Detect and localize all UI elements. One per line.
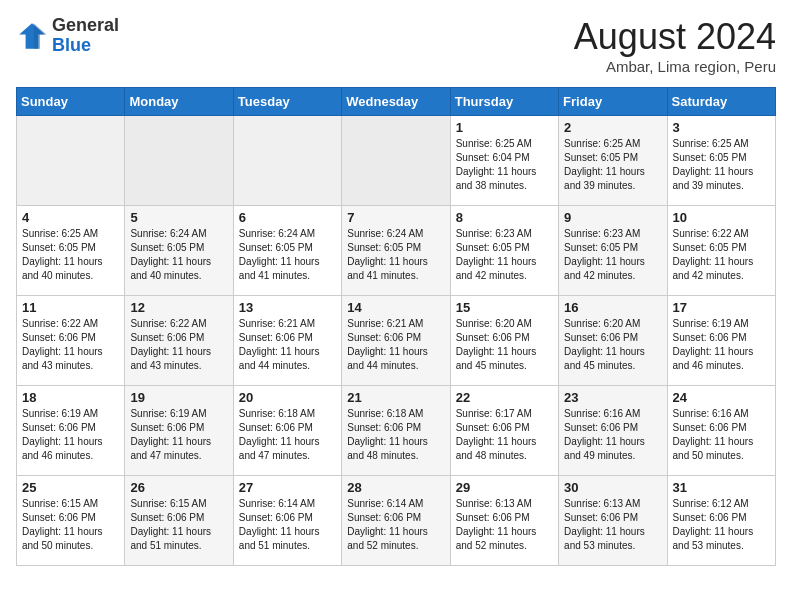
calendar-cell: [342, 116, 450, 206]
day-number: 15: [456, 300, 553, 315]
logo: General Blue: [16, 16, 119, 56]
day-info: Sunrise: 6:14 AMSunset: 6:06 PMDaylight:…: [239, 497, 336, 553]
day-number: 22: [456, 390, 553, 405]
calendar-cell: 23Sunrise: 6:16 AMSunset: 6:06 PMDayligh…: [559, 386, 667, 476]
weekday-header: Tuesday: [233, 88, 341, 116]
weekday-header: Saturday: [667, 88, 775, 116]
logo-general: General: [52, 15, 119, 35]
day-info: Sunrise: 6:18 AMSunset: 6:06 PMDaylight:…: [347, 407, 444, 463]
logo-icon: [16, 20, 48, 52]
calendar-cell: 11Sunrise: 6:22 AMSunset: 6:06 PMDayligh…: [17, 296, 125, 386]
day-info: Sunrise: 6:20 AMSunset: 6:06 PMDaylight:…: [456, 317, 553, 373]
day-info: Sunrise: 6:14 AMSunset: 6:06 PMDaylight:…: [347, 497, 444, 553]
day-info: Sunrise: 6:23 AMSunset: 6:05 PMDaylight:…: [456, 227, 553, 283]
day-info: Sunrise: 6:24 AMSunset: 6:05 PMDaylight:…: [239, 227, 336, 283]
day-info: Sunrise: 6:22 AMSunset: 6:05 PMDaylight:…: [673, 227, 770, 283]
day-info: Sunrise: 6:17 AMSunset: 6:06 PMDaylight:…: [456, 407, 553, 463]
day-number: 17: [673, 300, 770, 315]
day-number: 25: [22, 480, 119, 495]
title-block: August 2024 Ambar, Lima region, Peru: [574, 16, 776, 75]
calendar-cell: 27Sunrise: 6:14 AMSunset: 6:06 PMDayligh…: [233, 476, 341, 566]
calendar-cell: 4Sunrise: 6:25 AMSunset: 6:05 PMDaylight…: [17, 206, 125, 296]
day-number: 9: [564, 210, 661, 225]
day-number: 12: [130, 300, 227, 315]
calendar-cell: [125, 116, 233, 206]
day-number: 20: [239, 390, 336, 405]
weekday-header-row: SundayMondayTuesdayWednesdayThursdayFrid…: [17, 88, 776, 116]
calendar-cell: 2Sunrise: 6:25 AMSunset: 6:05 PMDaylight…: [559, 116, 667, 206]
day-number: 13: [239, 300, 336, 315]
day-info: Sunrise: 6:16 AMSunset: 6:06 PMDaylight:…: [564, 407, 661, 463]
day-number: 14: [347, 300, 444, 315]
calendar-cell: 3Sunrise: 6:25 AMSunset: 6:05 PMDaylight…: [667, 116, 775, 206]
calendar-cell: 21Sunrise: 6:18 AMSunset: 6:06 PMDayligh…: [342, 386, 450, 476]
day-info: Sunrise: 6:19 AMSunset: 6:06 PMDaylight:…: [673, 317, 770, 373]
calendar-week-row: 25Sunrise: 6:15 AMSunset: 6:06 PMDayligh…: [17, 476, 776, 566]
day-number: 18: [22, 390, 119, 405]
day-info: Sunrise: 6:23 AMSunset: 6:05 PMDaylight:…: [564, 227, 661, 283]
calendar-cell: 18Sunrise: 6:19 AMSunset: 6:06 PMDayligh…: [17, 386, 125, 476]
day-number: 21: [347, 390, 444, 405]
day-info: Sunrise: 6:16 AMSunset: 6:06 PMDaylight:…: [673, 407, 770, 463]
calendar-cell: 17Sunrise: 6:19 AMSunset: 6:06 PMDayligh…: [667, 296, 775, 386]
day-number: 4: [22, 210, 119, 225]
calendar-cell: 31Sunrise: 6:12 AMSunset: 6:06 PMDayligh…: [667, 476, 775, 566]
day-number: 26: [130, 480, 227, 495]
day-number: 23: [564, 390, 661, 405]
day-info: Sunrise: 6:21 AMSunset: 6:06 PMDaylight:…: [239, 317, 336, 373]
day-number: 2: [564, 120, 661, 135]
day-info: Sunrise: 6:24 AMSunset: 6:05 PMDaylight:…: [130, 227, 227, 283]
svg-marker-0: [19, 23, 45, 49]
day-number: 6: [239, 210, 336, 225]
weekday-header: Wednesday: [342, 88, 450, 116]
day-info: Sunrise: 6:22 AMSunset: 6:06 PMDaylight:…: [22, 317, 119, 373]
page-header: General Blue August 2024 Ambar, Lima reg…: [16, 16, 776, 75]
logo-blue: Blue: [52, 35, 91, 55]
day-number: 31: [673, 480, 770, 495]
day-number: 19: [130, 390, 227, 405]
calendar-cell: 30Sunrise: 6:13 AMSunset: 6:06 PMDayligh…: [559, 476, 667, 566]
calendar-cell: 9Sunrise: 6:23 AMSunset: 6:05 PMDaylight…: [559, 206, 667, 296]
calendar-cell: 20Sunrise: 6:18 AMSunset: 6:06 PMDayligh…: [233, 386, 341, 476]
calendar-cell: 29Sunrise: 6:13 AMSunset: 6:06 PMDayligh…: [450, 476, 558, 566]
weekday-header: Monday: [125, 88, 233, 116]
day-info: Sunrise: 6:25 AMSunset: 6:04 PMDaylight:…: [456, 137, 553, 193]
day-info: Sunrise: 6:21 AMSunset: 6:06 PMDaylight:…: [347, 317, 444, 373]
calendar-week-row: 11Sunrise: 6:22 AMSunset: 6:06 PMDayligh…: [17, 296, 776, 386]
day-info: Sunrise: 6:25 AMSunset: 6:05 PMDaylight:…: [673, 137, 770, 193]
calendar-cell: 22Sunrise: 6:17 AMSunset: 6:06 PMDayligh…: [450, 386, 558, 476]
day-info: Sunrise: 6:12 AMSunset: 6:06 PMDaylight:…: [673, 497, 770, 553]
svg-marker-1: [34, 23, 47, 49]
calendar-cell: 6Sunrise: 6:24 AMSunset: 6:05 PMDaylight…: [233, 206, 341, 296]
calendar-cell: 1Sunrise: 6:25 AMSunset: 6:04 PMDaylight…: [450, 116, 558, 206]
calendar-week-row: 1Sunrise: 6:25 AMSunset: 6:04 PMDaylight…: [17, 116, 776, 206]
day-number: 29: [456, 480, 553, 495]
day-number: 28: [347, 480, 444, 495]
day-number: 7: [347, 210, 444, 225]
calendar-cell: [17, 116, 125, 206]
weekday-header: Sunday: [17, 88, 125, 116]
calendar-table: SundayMondayTuesdayWednesdayThursdayFrid…: [16, 87, 776, 566]
calendar-cell: 19Sunrise: 6:19 AMSunset: 6:06 PMDayligh…: [125, 386, 233, 476]
day-number: 24: [673, 390, 770, 405]
weekday-header: Friday: [559, 88, 667, 116]
calendar-cell: 15Sunrise: 6:20 AMSunset: 6:06 PMDayligh…: [450, 296, 558, 386]
day-info: Sunrise: 6:15 AMSunset: 6:06 PMDaylight:…: [130, 497, 227, 553]
day-info: Sunrise: 6:20 AMSunset: 6:06 PMDaylight:…: [564, 317, 661, 373]
day-info: Sunrise: 6:13 AMSunset: 6:06 PMDaylight:…: [564, 497, 661, 553]
day-number: 10: [673, 210, 770, 225]
day-info: Sunrise: 6:22 AMSunset: 6:06 PMDaylight:…: [130, 317, 227, 373]
day-number: 3: [673, 120, 770, 135]
day-number: 16: [564, 300, 661, 315]
calendar-cell: 14Sunrise: 6:21 AMSunset: 6:06 PMDayligh…: [342, 296, 450, 386]
day-number: 27: [239, 480, 336, 495]
calendar-cell: 8Sunrise: 6:23 AMSunset: 6:05 PMDaylight…: [450, 206, 558, 296]
logo-text: General Blue: [52, 16, 119, 56]
day-number: 1: [456, 120, 553, 135]
calendar-week-row: 4Sunrise: 6:25 AMSunset: 6:05 PMDaylight…: [17, 206, 776, 296]
day-info: Sunrise: 6:15 AMSunset: 6:06 PMDaylight:…: [22, 497, 119, 553]
calendar-cell: 10Sunrise: 6:22 AMSunset: 6:05 PMDayligh…: [667, 206, 775, 296]
day-number: 8: [456, 210, 553, 225]
day-info: Sunrise: 6:24 AMSunset: 6:05 PMDaylight:…: [347, 227, 444, 283]
day-info: Sunrise: 6:19 AMSunset: 6:06 PMDaylight:…: [130, 407, 227, 463]
